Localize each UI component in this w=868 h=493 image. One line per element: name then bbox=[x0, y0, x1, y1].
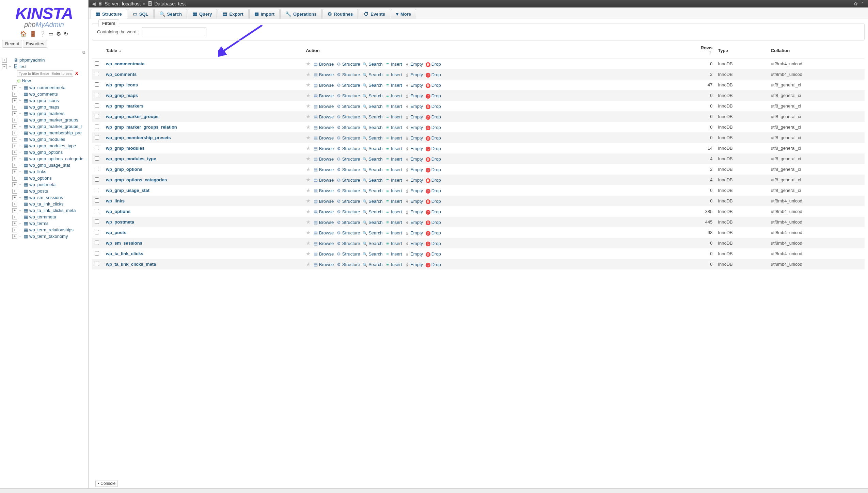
star-icon[interactable]: ★ bbox=[306, 124, 311, 130]
col-rows[interactable]: Rows❔ bbox=[670, 43, 715, 59]
insert-action[interactable]: Insert bbox=[385, 72, 402, 77]
tree-table[interactable]: +─▦wp_links bbox=[1, 168, 88, 175]
drop-action[interactable]: Drop bbox=[426, 114, 441, 120]
search-action[interactable]: Search bbox=[363, 114, 382, 119]
tab-search[interactable]: 🔍Search bbox=[154, 9, 187, 19]
table-name[interactable]: wp_comments bbox=[106, 72, 137, 77]
horizontal-scrollbar[interactable] bbox=[0, 488, 868, 493]
drop-action[interactable]: Drop bbox=[426, 167, 441, 172]
structure-action[interactable]: Structure bbox=[336, 104, 360, 109]
tab-structure[interactable]: ▦Structure bbox=[91, 9, 127, 19]
expand-icon[interactable]: + bbox=[12, 169, 17, 174]
search-action[interactable]: Search bbox=[363, 146, 382, 151]
insert-action[interactable]: Insert bbox=[385, 199, 402, 204]
table-name[interactable]: wp_ta_link_clicks bbox=[106, 251, 143, 256]
row-checkbox[interactable] bbox=[95, 209, 99, 213]
tab-sql[interactable]: ▭SQL bbox=[128, 9, 154, 19]
insert-action[interactable]: Insert bbox=[385, 230, 402, 235]
browse-action[interactable]: Browse bbox=[313, 72, 334, 77]
row-checkbox[interactable] bbox=[95, 72, 99, 76]
star-icon[interactable]: ★ bbox=[306, 219, 311, 225]
tree-filter-input[interactable] bbox=[17, 70, 73, 77]
row-checkbox[interactable] bbox=[95, 93, 99, 97]
tree-table[interactable]: +─▦wp_gmp_options bbox=[1, 149, 88, 155]
structure-action[interactable]: Structure bbox=[336, 251, 360, 257]
row-checkbox[interactable] bbox=[95, 103, 99, 108]
browse-action[interactable]: Browse bbox=[313, 220, 334, 225]
drop-action[interactable]: Drop bbox=[426, 188, 441, 194]
expand-icon[interactable]: + bbox=[12, 195, 17, 200]
drop-action[interactable]: Drop bbox=[426, 125, 441, 130]
drop-action[interactable]: Drop bbox=[426, 262, 441, 267]
structure-action[interactable]: Structure bbox=[336, 178, 360, 183]
structure-action[interactable]: Structure bbox=[336, 135, 360, 141]
expand-icon[interactable]: + bbox=[12, 144, 17, 148]
recent-tab[interactable]: Recent bbox=[2, 40, 22, 48]
tab-events[interactable]: ⏱Events bbox=[359, 9, 390, 19]
row-checkbox[interactable] bbox=[95, 61, 99, 66]
browse-action[interactable]: Browse bbox=[313, 125, 334, 130]
expand-icon[interactable]: + bbox=[12, 131, 17, 135]
browse-action[interactable]: Browse bbox=[313, 251, 334, 257]
search-action[interactable]: Search bbox=[363, 62, 382, 67]
empty-action[interactable]: Empty bbox=[405, 262, 423, 267]
drop-action[interactable]: Drop bbox=[426, 230, 441, 236]
row-checkbox[interactable] bbox=[95, 156, 99, 161]
empty-action[interactable]: Empty bbox=[405, 199, 423, 204]
expand-icon[interactable]: + bbox=[12, 182, 17, 187]
drop-action[interactable]: Drop bbox=[426, 104, 441, 109]
row-checkbox[interactable] bbox=[95, 188, 99, 192]
search-action[interactable]: Search bbox=[363, 199, 382, 204]
structure-action[interactable]: Structure bbox=[336, 157, 360, 162]
insert-action[interactable]: Insert bbox=[385, 135, 402, 141]
search-action[interactable]: Search bbox=[363, 241, 382, 246]
empty-action[interactable]: Empty bbox=[405, 251, 423, 257]
star-icon[interactable]: ★ bbox=[306, 114, 311, 119]
table-name[interactable]: wp_gmp_markers bbox=[106, 103, 144, 109]
reload-icon[interactable]: ↻ bbox=[64, 31, 68, 37]
table-name[interactable]: wp_links bbox=[106, 198, 125, 203]
search-action[interactable]: Search bbox=[363, 230, 382, 235]
tree-table[interactable]: +─▦wp_postmeta bbox=[1, 181, 88, 188]
drop-action[interactable]: Drop bbox=[426, 62, 441, 67]
tree-table[interactable]: +─▦wp_termmeta bbox=[1, 214, 88, 220]
row-checkbox[interactable] bbox=[95, 82, 99, 87]
star-icon[interactable]: ★ bbox=[306, 71, 311, 77]
tree-table[interactable]: +─▦wp_comments bbox=[1, 91, 88, 97]
structure-action[interactable]: Structure bbox=[336, 230, 360, 235]
expand-icon[interactable]: + bbox=[12, 157, 17, 161]
table-name[interactable]: wp_options bbox=[106, 209, 130, 214]
browse-action[interactable]: Browse bbox=[313, 230, 334, 235]
tree-table[interactable]: +─▦wp_sm_sessions bbox=[1, 194, 88, 201]
structure-action[interactable]: Structure bbox=[336, 72, 360, 77]
structure-action[interactable]: Structure bbox=[336, 93, 360, 98]
empty-action[interactable]: Empty bbox=[405, 178, 423, 183]
filter-input[interactable] bbox=[142, 28, 206, 36]
expand-icon[interactable]: + bbox=[12, 208, 17, 213]
drop-action[interactable]: Drop bbox=[426, 199, 441, 204]
expand-icon[interactable]: + bbox=[12, 118, 17, 122]
insert-action[interactable]: Insert bbox=[385, 241, 402, 246]
row-checkbox[interactable] bbox=[95, 251, 99, 256]
structure-action[interactable]: Structure bbox=[336, 241, 360, 246]
expand-icon[interactable]: + bbox=[12, 176, 17, 181]
row-checkbox[interactable] bbox=[95, 198, 99, 203]
star-icon[interactable]: ★ bbox=[306, 93, 311, 98]
star-icon[interactable]: ★ bbox=[306, 177, 311, 183]
table-name[interactable]: wp_gmp_modules bbox=[106, 146, 144, 151]
drop-action[interactable]: Drop bbox=[426, 178, 441, 183]
table-name[interactable]: wp_gmp_marker_groups bbox=[106, 114, 159, 119]
search-action[interactable]: Search bbox=[363, 104, 382, 109]
tree-filter-clear[interactable]: X bbox=[75, 71, 78, 76]
drop-action[interactable]: Drop bbox=[426, 146, 441, 151]
row-checkbox[interactable] bbox=[95, 167, 99, 171]
star-icon[interactable]: ★ bbox=[306, 135, 311, 141]
structure-action[interactable]: Structure bbox=[336, 114, 360, 119]
empty-action[interactable]: Empty bbox=[405, 62, 423, 67]
search-action[interactable]: Search bbox=[363, 188, 382, 193]
tree-table[interactable]: +─▦wp_gmp_modules_type bbox=[1, 143, 88, 149]
star-icon[interactable]: ★ bbox=[306, 209, 311, 214]
table-name[interactable]: wp_gmp_marker_groups_relation bbox=[106, 125, 177, 130]
browse-action[interactable]: Browse bbox=[313, 262, 334, 267]
star-icon[interactable]: ★ bbox=[306, 156, 311, 162]
